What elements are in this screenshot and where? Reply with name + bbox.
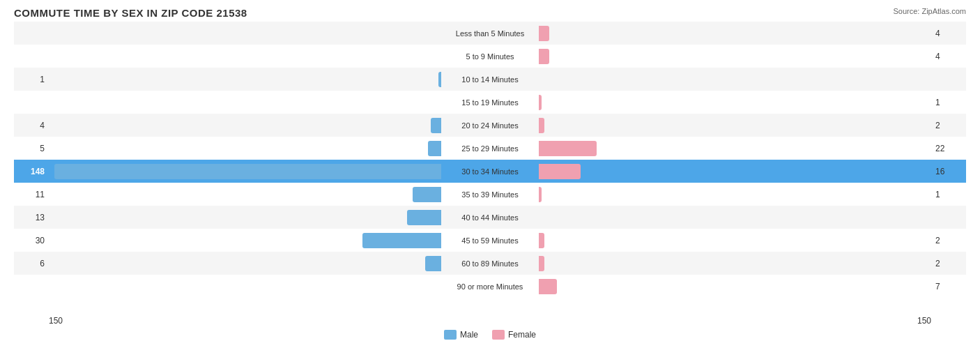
bars-wrapper: 45 to 59 Minutes [49,232,931,250]
bars-wrapper: 40 to 44 Minutes [49,208,931,227]
female-bar [539,233,544,248]
chart-row: 13 40 to 44 Minutes [14,206,966,229]
chart-container: COMMUTE TIME BY SEX IN ZIP CODE 21538 So… [0,0,980,364]
bar-section: 20 to 24 Minutes [49,114,931,137]
bars-wrapper: 90 or more Minutes [49,278,931,296]
chart-row: 5 25 to 29 Minutes 22 [14,137,966,160]
bars-wrapper: 60 to 89 Minutes [49,255,931,273]
row-female-value: 1 [931,98,966,107]
male-bar [428,141,441,156]
female-bar-container [539,210,931,225]
row-male-value: 148 [14,167,49,176]
male-bar-container [49,49,441,64]
row-label: 20 to 24 Minutes [441,121,539,130]
row-label: 30 to 34 Minutes [441,167,539,176]
chart-title: COMMUTE TIME BY SEX IN ZIP CODE 21538 [14,7,966,19]
male-bar-container [49,279,441,294]
female-bar [539,95,542,110]
row-female-value: 4 [931,29,966,38]
x-axis-right: 150 [917,316,931,326]
female-bar-container [539,95,931,110]
bars-wrapper: 30 to 34 Minutes [49,162,931,181]
row-female-value: 7 [931,282,966,291]
male-bar-container [49,118,441,133]
chart-row: 1 10 to 14 Minutes [14,68,966,91]
female-bar [539,279,557,294]
female-bar-container [539,26,931,41]
row-female-value: 1 [931,190,966,199]
legend-female-item: Female [492,330,536,340]
female-bar [539,49,549,64]
male-bar-container [49,164,441,179]
row-male-value: 11 [14,190,49,199]
female-bar-container [539,187,931,202]
chart-row: 4 20 to 24 Minutes 2 [14,114,966,137]
female-bar-container [539,49,931,64]
chart-area: Less than 5 Minutes 4 5 to 9 Minutes 4 1 [14,22,966,314]
male-bar [407,210,441,225]
row-label: 10 to 14 Minutes [441,75,539,84]
legend: Male Female [14,330,966,340]
legend-female-box [492,330,505,340]
row-female-value: 2 [931,121,966,130]
row-male-value: 4 [14,121,49,130]
bar-section: 5 to 9 Minutes [49,45,931,68]
legend-male-box [444,330,457,340]
bar-section: 15 to 19 Minutes [49,91,931,114]
legend-female-label: Female [508,330,536,340]
bar-section: 45 to 59 Minutes [49,229,931,252]
row-label: 90 or more Minutes [441,282,539,291]
male-bar [413,187,441,202]
female-bar-container [539,164,931,179]
male-bar [431,118,441,133]
bars-wrapper: Less than 5 Minutes [49,24,931,43]
row-male-value: 13 [14,213,49,222]
row-male-value: 30 [14,236,49,245]
bar-section: 25 to 29 Minutes [49,137,931,160]
row-label: 35 to 39 Minutes [441,190,539,199]
chart-row: 5 to 9 Minutes 4 [14,45,966,68]
male-bar-container [49,95,441,110]
chart-row: 6 60 to 89 Minutes 2 [14,252,966,275]
bar-section: 40 to 44 Minutes [49,206,931,229]
row-label: 5 to 9 Minutes [441,52,539,61]
male-bar-container [49,210,441,225]
female-bar [539,141,597,156]
chart-row: 90 or more Minutes 7 [14,275,966,298]
row-female-value: 4 [931,52,966,61]
legend-male-item: Male [444,330,478,340]
female-bar [539,118,544,133]
row-male-value: 5 [14,144,49,153]
male-bar-container [49,141,441,156]
row-label: Less than 5 Minutes [441,29,539,38]
male-bar-container [49,256,441,271]
male-bar-container [49,187,441,202]
row-label: 45 to 59 Minutes [441,236,539,245]
bars-wrapper: 15 to 19 Minutes [49,93,931,112]
male-bar-container [49,72,441,87]
row-female-value: 22 [931,144,966,153]
female-bar [539,187,542,202]
row-label: 60 to 89 Minutes [441,259,539,268]
male-bar-container [49,233,441,248]
chart-row: 11 35 to 39 Minutes 1 [14,183,966,206]
legend-male-label: Male [460,330,478,340]
bars-wrapper: 20 to 24 Minutes [49,116,931,135]
female-bar-container [539,233,931,248]
row-female-value: 16 [931,167,966,176]
female-bar-container [539,279,931,294]
male-bar-container [49,26,441,41]
bar-section: 60 to 89 Minutes [49,252,931,275]
chart-source: Source: ZipAtlas.com [893,7,966,15]
bars-wrapper: 35 to 39 Minutes [49,185,931,204]
bars-wrapper: 25 to 29 Minutes [49,139,931,158]
bar-section: 10 to 14 Minutes [49,68,931,91]
bars-wrapper: 5 to 9 Minutes [49,47,931,66]
female-bar [539,164,581,179]
female-bar [539,256,544,271]
x-axis-left: 150 [49,316,63,326]
bar-section: 90 or more Minutes [49,275,931,298]
row-female-value: 2 [931,236,966,245]
chart-row: 15 to 19 Minutes 1 [14,91,966,114]
bar-section: Less than 5 Minutes [49,22,931,45]
